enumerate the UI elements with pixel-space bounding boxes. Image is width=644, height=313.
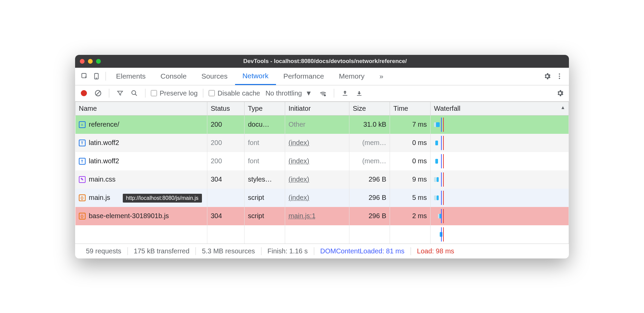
clear-icon[interactable] bbox=[93, 89, 104, 97]
tab-console[interactable]: Console bbox=[153, 68, 194, 85]
col-header-time[interactable]: Time bbox=[390, 102, 431, 115]
upload-har-icon[interactable] bbox=[340, 90, 350, 97]
tab-label: Performance bbox=[283, 72, 324, 80]
cell-time: 0 ms bbox=[390, 134, 431, 152]
tab-elements[interactable]: Elements bbox=[109, 68, 153, 85]
sort-indicator-icon: ▲ bbox=[560, 105, 565, 110]
record-button[interactable] bbox=[78, 90, 89, 96]
tab-network[interactable]: Network bbox=[235, 68, 276, 85]
more-icon[interactable] bbox=[553, 72, 566, 80]
cell-type: font bbox=[245, 134, 285, 152]
overflow-label: » bbox=[380, 72, 384, 80]
cell-type: script bbox=[245, 189, 285, 207]
divider bbox=[334, 89, 334, 98]
disable-cache-input[interactable] bbox=[209, 90, 215, 96]
minimize-icon[interactable] bbox=[88, 59, 93, 64]
network-conditions-icon[interactable] bbox=[318, 89, 328, 97]
css-file-icon: ✎ bbox=[79, 176, 86, 183]
svg-rect-11 bbox=[343, 95, 347, 96]
cell-initiator: (index) bbox=[285, 152, 349, 170]
cell-status bbox=[207, 189, 245, 207]
initiator-link[interactable]: main.js:1 bbox=[289, 212, 316, 220]
cell-initiator: (index) bbox=[285, 134, 349, 152]
cell-status: 200 bbox=[207, 115, 245, 134]
table-row[interactable]: {}main.jshttp://localhost:8080/js/main.j… bbox=[75, 189, 569, 207]
col-header-waterfall[interactable]: Waterfall▲ bbox=[431, 102, 569, 115]
initiator-link[interactable]: (index) bbox=[289, 194, 309, 201]
request-name: reference/ bbox=[89, 121, 119, 128]
download-har-icon[interactable] bbox=[354, 90, 365, 97]
cell-type: font bbox=[245, 152, 285, 170]
col-header-status[interactable]: Status bbox=[207, 102, 245, 115]
font-file-icon: T bbox=[79, 140, 86, 146]
cell-initiator: (index) bbox=[285, 170, 349, 189]
col-header-type[interactable]: Type bbox=[245, 102, 285, 115]
svg-point-8 bbox=[132, 91, 136, 95]
cell-time: 2 ms bbox=[390, 207, 431, 225]
panel-settings-icon[interactable] bbox=[555, 89, 566, 97]
initiator-link[interactable]: (index) bbox=[289, 139, 309, 146]
tab-overflow[interactable]: » bbox=[372, 68, 391, 85]
cell-status: 200 bbox=[207, 134, 245, 152]
cell-type: docu… bbox=[245, 115, 285, 134]
cell-time: 9 ms bbox=[390, 170, 431, 189]
cell-initiator: (index) bbox=[285, 189, 349, 207]
cell-waterfall bbox=[431, 207, 569, 225]
close-icon[interactable] bbox=[80, 59, 85, 64]
window-controls bbox=[80, 59, 101, 64]
cell-type: styles… bbox=[245, 170, 285, 189]
divider bbox=[106, 72, 106, 81]
preserve-log-label: Preserve log bbox=[160, 89, 198, 97]
cell-status: 200 bbox=[207, 152, 245, 170]
throttling-select[interactable]: No throttling ▼ bbox=[263, 89, 314, 97]
fullscreen-icon[interactable] bbox=[96, 59, 101, 64]
doc-file-icon: ≡ bbox=[79, 121, 86, 128]
col-header-initiator[interactable]: Initiator bbox=[285, 102, 349, 115]
col-header-size[interactable]: Size bbox=[349, 102, 390, 115]
url-tooltip: http://localhost:8080/js/main.js bbox=[123, 194, 202, 203]
initiator-link[interactable]: (index) bbox=[289, 157, 309, 165]
settings-icon[interactable] bbox=[541, 72, 553, 80]
cell-initiator: main.js:1 bbox=[285, 207, 349, 225]
cell-status: 304 bbox=[207, 170, 245, 189]
status-load: Load: 98 ms bbox=[411, 247, 460, 255]
tab-label: Memory bbox=[339, 72, 365, 80]
device-toggle-icon[interactable] bbox=[91, 72, 103, 80]
table-row[interactable]: ≡reference/200docu…Other31.0 kB7 ms bbox=[75, 115, 569, 134]
cell-initiator: Other bbox=[285, 115, 349, 134]
divider bbox=[109, 89, 109, 98]
preserve-log-checkbox[interactable]: Preserve log bbox=[151, 89, 198, 97]
requests-table: Name Status Type Initiator Size Time Wat… bbox=[75, 102, 569, 244]
titlebar: DevTools - localhost:8080/docs/devtools/… bbox=[75, 55, 569, 68]
disable-cache-checkbox[interactable]: Disable cache bbox=[209, 89, 260, 97]
tab-sources[interactable]: Sources bbox=[194, 68, 235, 85]
svg-line-9 bbox=[135, 94, 137, 96]
col-header-name[interactable]: Name bbox=[75, 102, 207, 115]
cell-time: 7 ms bbox=[390, 115, 431, 134]
cell-size: (mem… bbox=[349, 152, 390, 170]
request-name: latin.woff2 bbox=[89, 157, 119, 165]
preserve-log-input[interactable] bbox=[151, 90, 157, 96]
cell-waterfall bbox=[431, 152, 569, 170]
cell-time: 5 ms bbox=[390, 189, 431, 207]
cell-waterfall bbox=[431, 189, 569, 207]
disable-cache-label: Disable cache bbox=[217, 89, 260, 97]
table-row[interactable]: Tlatin.woff2200font(index)(mem…0 ms bbox=[75, 134, 569, 152]
inspect-icon[interactable] bbox=[78, 72, 91, 80]
tab-label: Console bbox=[161, 72, 187, 80]
tab-performance[interactable]: Performance bbox=[276, 68, 331, 85]
filter-icon[interactable] bbox=[115, 90, 125, 97]
cell-size: 296 B bbox=[349, 189, 390, 207]
tab-label: Network bbox=[243, 72, 269, 80]
table-row[interactable]: ✎main.css304styles…(index)296 B9 ms bbox=[75, 170, 569, 189]
initiator-link[interactable]: (index) bbox=[289, 175, 309, 183]
tab-memory[interactable]: Memory bbox=[331, 68, 372, 85]
table-row[interactable]: {}base-element-3018901b.js304scriptmain.… bbox=[75, 207, 569, 225]
request-name: main.css bbox=[89, 175, 116, 183]
status-domcontentloaded: DOMContentLoaded: 81 ms bbox=[314, 247, 411, 255]
js-file-icon: {} bbox=[79, 213, 86, 220]
search-icon[interactable] bbox=[129, 90, 140, 97]
table-header-row: Name Status Type Initiator Size Time Wat… bbox=[75, 102, 569, 115]
divider bbox=[203, 89, 203, 98]
table-row[interactable]: Tlatin.woff2200font(index)(mem…0 ms bbox=[75, 152, 569, 170]
